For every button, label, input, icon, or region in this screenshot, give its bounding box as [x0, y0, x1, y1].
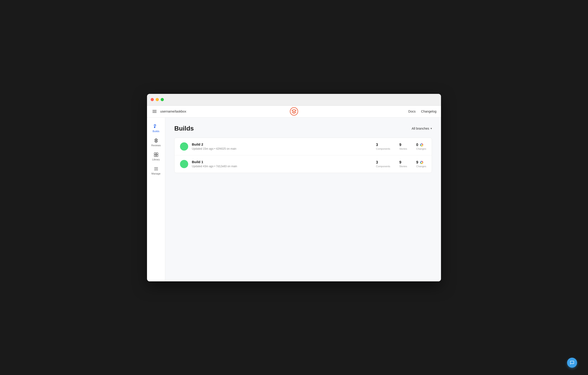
navbar: username/taskbox Docs Changelog	[147, 106, 441, 118]
chrome-icon	[420, 143, 424, 147]
components-stat: 3 Components	[376, 160, 390, 168]
chevron-down-icon: ▾	[430, 127, 432, 130]
sidebar-label-builds: Builds	[153, 130, 159, 132]
table-row[interactable]: Build 2 Updated 15m ago • 42f4025 on mai…	[175, 138, 432, 155]
build-name: Build 1	[192, 160, 372, 164]
changes-count: 0	[416, 143, 426, 147]
build-name: Build 2	[192, 142, 372, 146]
changes-label: Changes	[416, 165, 426, 168]
maximize-button[interactable]	[161, 98, 164, 101]
sidebar-label-manage: Manage	[152, 172, 161, 175]
svg-rect-3	[154, 155, 156, 156]
build-info: Build 1 Updated 43m ago • 7d12e83 on mai…	[192, 160, 372, 168]
sidebar-item-builds[interactable]: Builds	[148, 122, 164, 134]
svg-point-13	[421, 162, 422, 163]
navbar-left: username/taskbox	[152, 109, 186, 114]
navbar-center	[290, 107, 298, 116]
close-button[interactable]	[151, 98, 154, 101]
build-status-indicator	[180, 160, 188, 168]
build-info: Build 2 Updated 15m ago • 42f4025 on mai…	[192, 142, 372, 150]
branch-selector[interactable]: All branches ▾	[412, 127, 432, 130]
build-stats: 3 Components 9 Stories 0	[376, 143, 426, 150]
titlebar	[147, 94, 441, 106]
app-window: username/taskbox Docs Changelog	[147, 94, 441, 281]
sidebar-label-library: Library	[152, 158, 160, 161]
stories-count: 9	[399, 160, 407, 165]
changelog-link[interactable]: Changelog	[421, 110, 436, 113]
sidebar-item-reviews[interactable]: Reviews	[148, 136, 164, 149]
sidebar: Builds Reviews	[147, 118, 165, 281]
changes-stat: 9	[416, 160, 426, 168]
nav-title: username/taskbox	[160, 110, 186, 113]
changes-label: Changes	[416, 147, 426, 150]
build-stats: 3 Components 9 Stories 9	[376, 160, 426, 168]
minimize-button[interactable]	[156, 98, 159, 101]
components-label: Components	[376, 165, 390, 168]
components-label: Components	[376, 147, 390, 150]
stories-label: Stories	[399, 147, 407, 150]
chat-button[interactable]	[567, 358, 577, 368]
content-area: Builds All branches ▾ Build 2 Updated 15…	[165, 118, 441, 281]
stories-count: 9	[399, 143, 407, 147]
changes-count: 9	[416, 160, 426, 165]
svg-rect-1	[154, 153, 156, 154]
docs-link[interactable]: Docs	[408, 110, 416, 113]
sidebar-item-library[interactable]: Library	[148, 150, 164, 163]
branch-selector-label: All branches	[412, 127, 429, 130]
navbar-right: Docs Changelog	[408, 110, 436, 113]
menu-icon[interactable]	[152, 109, 158, 114]
svg-rect-4	[156, 155, 158, 156]
app-logo	[290, 107, 298, 116]
traffic-lights	[151, 98, 164, 101]
chrome-icon	[420, 160, 424, 165]
sidebar-label-reviews: Reviews	[151, 144, 161, 147]
page-title: Builds	[174, 125, 194, 132]
svg-rect-0	[154, 124, 155, 126]
build-meta: Updated 15m ago • 42f4025 on main	[192, 147, 372, 150]
svg-rect-2	[156, 153, 158, 154]
components-count: 3	[376, 160, 390, 165]
stories-label: Stories	[399, 165, 407, 168]
stories-stat: 9 Stories	[399, 143, 407, 150]
stories-stat: 9 Stories	[399, 160, 407, 168]
main-layout: Builds Reviews	[147, 118, 441, 281]
build-status-indicator	[180, 142, 188, 151]
components-stat: 3 Components	[376, 143, 390, 150]
builds-icon	[154, 124, 159, 129]
sidebar-item-manage[interactable]: Manage	[148, 165, 164, 177]
reviews-icon	[154, 138, 159, 143]
changes-stat: 0	[416, 143, 426, 150]
library-icon	[154, 152, 159, 157]
page-header: Builds All branches ▾	[174, 125, 432, 132]
table-row[interactable]: Build 1 Updated 43m ago • 7d12e83 on mai…	[175, 155, 432, 173]
builds-list: Build 2 Updated 15m ago • 42f4025 on mai…	[174, 138, 432, 173]
build-meta: Updated 43m ago • 7d12e83 on main	[192, 165, 372, 168]
svg-point-11	[421, 144, 422, 146]
manage-icon	[154, 166, 159, 171]
components-count: 3	[376, 143, 390, 147]
